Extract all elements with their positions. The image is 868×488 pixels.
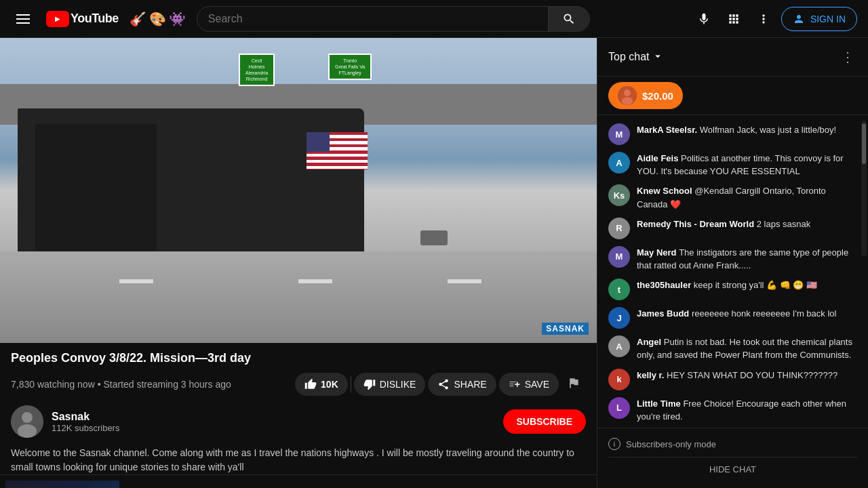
highway-sign: CecilHolmesAlexandriaRichmond <box>239 54 275 86</box>
svg-rect-1 <box>16 18 30 20</box>
superchat-avatar <box>618 86 637 105</box>
chat-text: keep it strong ya'll 💪 👊 😁 🇺🇸 <box>694 280 817 290</box>
chat-avatar: L <box>608 397 630 419</box>
chat-text: 2 laps sasnak <box>757 219 811 229</box>
chat-content: May Nerd The instigators are the same ty… <box>637 246 857 272</box>
chat-author: May Nerd <box>637 247 679 258</box>
chat-message: J James Budd reeeeeee honk reeeeeee I'm … <box>603 304 863 331</box>
chat-message: k kelly r. HEY STAN WHAT DO YOU THINK???… <box>603 366 863 393</box>
chat-messages-container: M MarkA Steelsr. Wolfman Jack, was just … <box>603 121 863 428</box>
chat-author: Knew School <box>637 186 694 196</box>
chat-avatar: t <box>608 279 630 300</box>
chat-message: R Remedy This - Dream World 2 laps sasna… <box>603 215 863 242</box>
chat-content: James Budd reeeeeee honk reeeeeee I'm ba… <box>637 307 857 320</box>
share-button[interactable]: SHARE <box>428 373 496 396</box>
search-button[interactable] <box>548 7 589 31</box>
chat-content: kelly r. HEY STAN WHAT DO YOU THINK?????… <box>637 369 857 382</box>
like-divider <box>351 376 351 392</box>
chat-content: Angel Putin is not bad. He took out the … <box>637 336 857 361</box>
chat-text: reeeeeee honk reeeeeee I'm back lol <box>692 308 837 319</box>
mic-button[interactable] <box>692 7 716 31</box>
chat-author: Little Time <box>637 399 683 409</box>
hide-chat-button[interactable]: HIDE CHAT <box>608 457 857 481</box>
svg-point-9 <box>624 89 631 96</box>
svg-rect-0 <box>16 14 30 16</box>
header: YouTube 🎸 🎨 👾 SIGN IN <box>0 0 868 38</box>
recommended-section: Peoples Convoy 3/7/22. 3rd Convoy arrive… <box>0 474 597 488</box>
chat-content: Little Time Free Choice! Encourage each … <box>637 397 857 423</box>
menu-button[interactable] <box>11 9 35 29</box>
chat-author: James Budd <box>637 308 692 319</box>
video-scene: CecilHolmesAlexandriaRichmond TrontoGrea… <box>0 38 597 343</box>
dislike-button[interactable]: DISLIKE <box>354 373 426 396</box>
chat-avatar: A <box>608 152 630 174</box>
chat-title: Top chat <box>608 51 649 63</box>
chat-content: MarkA Steelsr. Wolfman Jack, was just a … <box>637 123 857 136</box>
video-title: Peoples Convoy 3/8/22. Mission—3rd day <box>11 351 586 365</box>
chat-avatar: M <box>608 246 630 268</box>
superchat-pill[interactable]: $20.00 <box>608 82 683 109</box>
channel-row: Sasnak 112K subscribers SUBSCRIBE <box>0 397 597 446</box>
chat-avatar: J <box>608 307 630 329</box>
flag-button[interactable] <box>561 371 586 397</box>
channel-avatar[interactable] <box>11 405 43 438</box>
chat-messages[interactable]: M MarkA Steelsr. Wolfman Jack, was just … <box>597 115 868 428</box>
share-label: SHARE <box>454 379 486 390</box>
chat-message: L Little Time Free Choice! Encourage eac… <box>603 394 863 426</box>
sign-in-button[interactable]: SIGN IN <box>781 7 857 31</box>
truck <box>18 108 363 267</box>
chat-title-row: Top chat <box>608 50 664 64</box>
badge-1: 🎸 <box>130 11 146 27</box>
chat-text: Putin is not bad. He took out the chemic… <box>637 337 852 360</box>
video-info: Peoples Convoy 3/8/22. Mission—3rd day 7… <box>0 343 597 397</box>
superchat-amount: $20.00 <box>642 90 673 102</box>
chat-author: Remedy This - Dream World <box>637 219 757 229</box>
svg-rect-2 <box>16 22 30 24</box>
small-car <box>420 230 448 245</box>
subscribe-button[interactable]: SUBSCRIBE <box>503 409 586 434</box>
chat-message: t the305hauler keep it strong ya'll 💪 👊 … <box>603 276 863 303</box>
video-description: Welcome to the Sasnak channel. Come alon… <box>0 446 597 474</box>
subscribers-mode-text: Subscribers-only mode <box>626 439 716 449</box>
svg-point-10 <box>622 97 633 105</box>
more-options-button[interactable] <box>751 7 776 31</box>
highway-sign-2: TrontoGreat Falls VaFTLangley <box>328 54 372 80</box>
header-right: SIGN IN <box>692 7 857 31</box>
chat-content: the305hauler keep it strong ya'll 💪 👊 😁 … <box>637 279 857 291</box>
chat-content: Knew School @Kendall Cargill Ontario, To… <box>637 184 857 210</box>
chat-avatar: R <box>608 218 630 239</box>
search-input[interactable] <box>197 7 548 30</box>
yt-icon <box>46 11 69 27</box>
like-button[interactable]: 10K <box>295 373 348 396</box>
youtube-logo[interactable]: YouTube <box>46 11 119 27</box>
chat-text: HEY STAN WHAT DO YOU THINK??????? <box>667 370 837 380</box>
rec-thumb-inner <box>5 481 119 488</box>
chat-content: Remedy This - Dream World 2 laps sasnak <box>637 218 857 230</box>
svg-point-4 <box>22 412 33 423</box>
chat-avatar: A <box>608 336 630 357</box>
header-left: YouTube 🎸 🎨 👾 <box>11 9 186 29</box>
info-icon: i <box>608 438 620 450</box>
svg-point-5 <box>18 424 37 438</box>
chat-dropdown-button[interactable] <box>652 50 664 64</box>
chat-more-button[interactable]: ⋮ <box>838 46 857 68</box>
chat-author: Aidle Feis <box>637 153 681 163</box>
american-flag <box>307 132 368 169</box>
search-bar <box>197 6 590 32</box>
video-meta: 7,830 watching now • Started streaming 3… <box>11 371 586 397</box>
video-section: CecilHolmesAlexandriaRichmond TrontoGrea… <box>0 38 597 488</box>
chat-message: A Aidle Feis Politics at another time. T… <box>603 149 863 180</box>
chat-author: Angel <box>637 337 664 347</box>
chat-footer: i Subscribers-only mode HIDE CHAT <box>597 428 868 488</box>
chat-message: S Sandra Behm Meeting at 2:30 <box>603 427 863 428</box>
superchat-banner: $20.00 <box>597 77 868 115</box>
yt-wordmark: YouTube <box>71 12 119 26</box>
yt-badges: 🎸 🎨 👾 <box>130 11 186 27</box>
road <box>0 251 597 343</box>
channel-name[interactable]: Sasnak <box>52 411 119 423</box>
apps-button[interactable] <box>722 7 746 31</box>
badge-2: 🎨 <box>149 11 166 27</box>
save-button[interactable]: SAVE <box>499 373 559 396</box>
video-player[interactable]: CecilHolmesAlexandriaRichmond TrontoGrea… <box>0 38 597 343</box>
rec-thumbnail[interactable] <box>5 481 119 488</box>
